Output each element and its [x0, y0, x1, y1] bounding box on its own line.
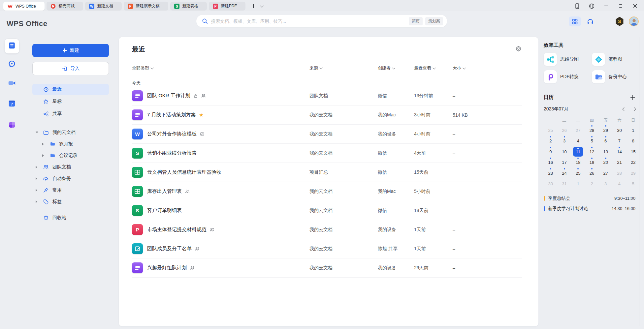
file-row[interactable]: 兴趣爱好组队计划我的云文档我的设备29天前– — [132, 258, 522, 278]
tool-backup-center[interactable]: 备份中心 — [592, 70, 640, 83]
sidebar-item-shared[interactable]: 共享 — [32, 108, 109, 119]
membership-badge[interactable]: S — [615, 17, 624, 26]
calendar-day[interactable]: 16 — [544, 157, 558, 168]
calendar-day[interactable]: 31 — [558, 179, 571, 190]
calendar-day[interactable]: 4 — [613, 179, 627, 190]
calendar-day[interactable]: 30 — [613, 125, 627, 136]
calendar-day[interactable]: 14 — [613, 146, 627, 157]
search-suggestion-plan[interactable]: 策划案 — [425, 17, 443, 25]
tab-new-sheet[interactable]: S新建表格 — [170, 2, 207, 11]
filter-creator[interactable]: 创建者 — [378, 65, 395, 71]
tab-new-doc[interactable]: W新建文档 — [85, 2, 122, 11]
calendar-day[interactable]: 3 — [599, 179, 613, 190]
calendar-day[interactable]: 8 — [626, 136, 640, 147]
tool-pdf-convert[interactable]: PDF转换 — [544, 70, 592, 83]
calendar-day[interactable]: 5 — [585, 136, 599, 147]
rail-item-calendar[interactable]: 7 — [5, 97, 19, 111]
calendar-day-selected[interactable]: 11 — [573, 147, 583, 157]
calendar-day[interactable]: 29 — [599, 125, 613, 136]
calendar-day[interactable]: 13 — [599, 146, 613, 157]
filter-source[interactable]: 来源 — [309, 65, 322, 71]
file-row[interactable]: 团队 OKR 工作计划团队文档微信13分钟前– — [132, 86, 522, 105]
calendar-day[interactable]: 2 — [544, 136, 558, 147]
caret-right-icon[interactable] — [42, 154, 46, 157]
calendar-day[interactable]: 20 — [599, 157, 613, 168]
sidebar-item-starred[interactable]: 星标 — [32, 96, 109, 107]
calendar-day[interactable]: 26 — [585, 168, 599, 179]
import-button[interactable]: 导入 — [32, 62, 109, 75]
calendar-day[interactable]: 22 — [626, 157, 640, 168]
calendar-day[interactable]: 25 — [571, 168, 585, 179]
file-row[interactable]: 云文档管人员信息统计表理器验收项目汇总微信15天前– — [132, 163, 522, 182]
caret-right-icon[interactable] — [36, 189, 40, 192]
calendar-event[interactable]: 新季度学习计划讨论14:30–16:00 — [544, 203, 640, 214]
calendar-day[interactable]: 26 — [558, 125, 571, 136]
tab-list-dropdown[interactable] — [260, 4, 264, 7]
tree-item-tags[interactable]: 标签 — [24, 196, 119, 207]
calendar-day[interactable]: 2 — [585, 179, 599, 190]
calendar-event[interactable]: 季度总结会9:30–11:00 — [544, 193, 640, 203]
minimize-button[interactable] — [603, 3, 609, 9]
calendar-day[interactable]: 18 — [571, 157, 585, 168]
calendar-day[interactable]: 1 — [626, 125, 640, 136]
sidebar-item-recent[interactable]: 最近 — [32, 84, 109, 95]
rail-item-docs[interactable] — [5, 39, 19, 53]
calendar-day[interactable]: 12 — [585, 146, 599, 157]
caret-right-icon[interactable] — [36, 200, 40, 203]
calendar-day[interactable]: 28 — [585, 125, 599, 136]
file-row[interactable]: P市场主体登记提交材料规范我的云文档我的设备1天前– — [132, 220, 522, 239]
caret-right-icon[interactable] — [36, 177, 40, 180]
maximize-button[interactable] — [618, 3, 624, 9]
calendar-day[interactable]: 27 — [571, 125, 585, 136]
search-suggestion-resume[interactable]: 简历 — [409, 17, 423, 25]
calendar-day[interactable]: 9 — [544, 146, 558, 157]
tree-item-bimonthly-report[interactable]: 双月报 — [24, 138, 119, 150]
calendar-day[interactable]: 7 — [613, 136, 627, 147]
calendar-day[interactable]: 25 — [544, 125, 558, 136]
calendar-day[interactable]: 21 — [613, 157, 627, 168]
tab-new-pdf[interactable]: P新建PDF — [209, 2, 245, 11]
search-bar[interactable]: 简历 策划案 — [196, 15, 447, 27]
file-row[interactable]: 7 月线下活动策划方案★我的云文档我的Mac3小时前514 KB — [132, 105, 522, 125]
new-document-button[interactable]: 新建 — [32, 44, 109, 57]
support-headset-button[interactable] — [586, 17, 595, 26]
filter-type[interactable]: 全部类型 — [132, 65, 153, 71]
caret-down-icon[interactable] — [36, 132, 40, 133]
file-row[interactable]: 团队成员及分工名单我的云文档陈旭 共享1天前– — [132, 239, 522, 258]
mobile-device-icon[interactable] — [574, 3, 580, 9]
calendar-day[interactable]: 29 — [626, 168, 640, 179]
file-row[interactable]: S营销小组业绩分析报告我的云文档微信4天前– — [132, 144, 522, 163]
calendar-day[interactable]: 30 — [544, 179, 558, 190]
calendar-day[interactable]: 27 — [599, 168, 613, 179]
rail-item-meeting[interactable] — [5, 76, 19, 91]
calendar-day[interactable]: 17 — [558, 157, 571, 168]
calendar-next-month-button[interactable] — [632, 107, 636, 111]
calendar-prev-month-button[interactable] — [622, 107, 626, 111]
search-input[interactable] — [211, 19, 406, 24]
tree-item-team-docs[interactable]: 团队文档 — [24, 161, 119, 173]
filter-viewed[interactable]: 最近查看 — [414, 65, 435, 71]
add-event-button[interactable] — [630, 95, 635, 100]
calendar-day[interactable]: 3 — [558, 136, 571, 147]
new-tab-button[interactable] — [251, 4, 256, 9]
file-row[interactable]: W公司对外合作协议模板我的云文档我的设备4小时前– — [132, 125, 522, 144]
calendar-day[interactable]: 5 — [626, 179, 640, 190]
tab-new-slides[interactable]: P新建演示文稿 — [124, 2, 168, 11]
calendar-day[interactable]: 1 — [571, 179, 585, 190]
rail-item-chat[interactable] — [5, 57, 19, 72]
calendar-day[interactable]: 28 — [613, 168, 627, 179]
workspace-icon[interactable] — [589, 3, 595, 9]
caret-right-icon[interactable] — [36, 166, 40, 168]
main-menu-button[interactable] — [599, 17, 605, 26]
file-row[interactable]: S客户订单明细表我的云文档微信18天前– — [132, 201, 522, 220]
calendar-day[interactable]: 24 — [558, 168, 571, 179]
rail-item-apps[interactable] — [5, 118, 19, 133]
tree-item-auto-backup[interactable]: 自动备份 — [24, 173, 119, 184]
caret-right-icon[interactable] — [42, 143, 46, 145]
tab-docer-mall[interactable]: 稻壳商城 — [47, 2, 83, 11]
file-row[interactable]: 库存出入管理表我的云文档我的Mac5小时前– — [132, 182, 522, 201]
tree-item-meeting-notes[interactable]: 会议记录 — [24, 150, 119, 161]
sidebar-item-trash[interactable]: 回收站 — [24, 212, 119, 224]
tree-item-my-cloud-docs[interactable]: 我的云文档 — [24, 127, 119, 138]
close-button[interactable] — [632, 3, 638, 9]
